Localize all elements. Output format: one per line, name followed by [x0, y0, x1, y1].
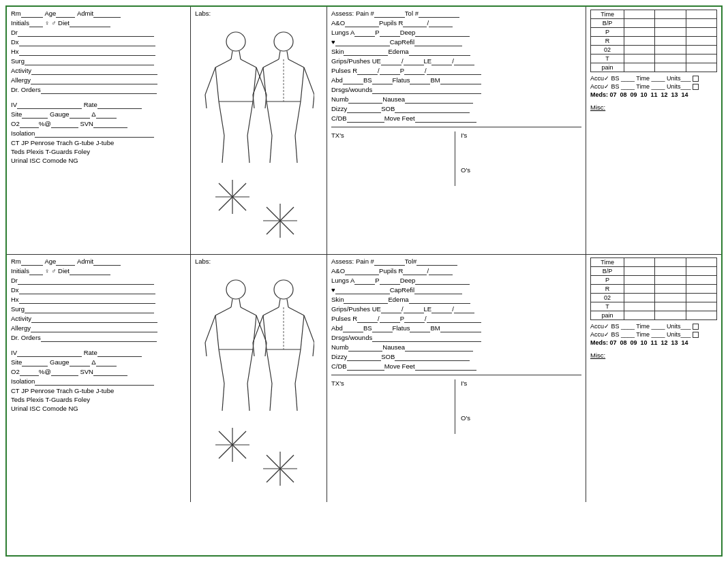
extras3: Urinal ISC Comode NG [11, 157, 78, 164]
drsgs-label: Drsgs/wounds [331, 86, 372, 93]
vitals-col-1: Time B/P P [586, 7, 721, 254]
svg-line-45 [241, 307, 256, 315]
svg-line-42 [231, 299, 232, 307]
skin-label-2: Skin [331, 296, 344, 303]
r-cell-2 [655, 37, 686, 46]
grips-label-2: Grips/Pushes UE [331, 305, 381, 313]
bs-label: BS [363, 76, 372, 84]
svg-line-29 [270, 136, 272, 163]
age-label-2: Age [44, 257, 56, 265]
flatus-label-2: Flatus [393, 324, 410, 332]
nausea-label: Nausea [382, 95, 405, 103]
age-label: Age [44, 10, 56, 17]
svg-line-12 [219, 102, 224, 136]
diet-label: Diet [58, 19, 70, 27]
labs-col-1: Labs: [191, 7, 327, 254]
pain-header-2: pain [591, 311, 624, 320]
gauge-label: Gauge [50, 110, 70, 118]
extras3-2: Urinal ISC Comode NG [11, 405, 78, 412]
svg-line-27 [313, 95, 314, 108]
bp-cell-2-1 [624, 267, 655, 276]
admit-label-2: Admit [77, 257, 93, 265]
misc-label-1: Misc: [590, 104, 605, 111]
t-cell-2 [655, 54, 686, 63]
svg-line-31 [295, 136, 297, 163]
dr-label-2: Dr [11, 277, 18, 284]
labs-label-1: Labs: [195, 10, 322, 17]
p-cell-2 [655, 28, 686, 37]
svg-line-67 [304, 315, 314, 343]
svn-label: SVN [80, 120, 93, 127]
labs-col-2: Labs: [191, 255, 327, 502]
rm-label-2: Rm [11, 257, 21, 265]
meds-label-2: Meds: [590, 339, 610, 346]
r-cell-1 [624, 37, 655, 46]
o2-cell-2-2 [655, 294, 686, 302]
svg-line-21 [263, 67, 267, 102]
accu2-checkbox[interactable] [693, 84, 699, 90]
svg-line-71 [295, 349, 301, 384]
svg-line-15 [247, 136, 249, 163]
accu-line-1: Accu✓ BS ____ Time ____ Units___ [590, 75, 717, 82]
tol-label-2: Tol# [405, 257, 416, 265]
assess-col-1: Assess: Pain # Tol # A&O Pupils R / Lung… [327, 7, 586, 254]
accu2-checkbox-2[interactable] [693, 332, 699, 338]
accu-line-2-2: Accu✓ BS ____ Time ____ Units___ [590, 331, 717, 338]
txs-label: TX's [331, 131, 452, 139]
t-header: T [591, 54, 624, 63]
meds-line-2: Meds: 07 08 09 10 11 12 13 14 [590, 339, 717, 346]
drorders-label-2: Dr. Orders [11, 334, 41, 341]
nausea-label-2: Nausea [382, 343, 405, 351]
labs-label-2: Labs: [195, 257, 322, 265]
hx-label-2: Hx [11, 296, 19, 303]
svg-line-26 [304, 67, 314, 95]
vitals-table-1: Time B/P P [590, 10, 717, 72]
body-diagram-2 [195, 268, 318, 499]
rate-label-2: Rate [84, 349, 97, 356]
bp-cell-2 [655, 19, 686, 28]
svn-label-2: SVN [80, 368, 93, 375]
skin-label: Skin [331, 48, 344, 55]
o2-cell-2-3 [686, 294, 716, 302]
svg-line-54 [222, 384, 224, 411]
accu-line-2: Accu✓ BS ____ Time ____ Units___ [590, 83, 717, 90]
pain-label-2: Assess: Pain # [331, 257, 374, 265]
txs-ios-section-2: TX's I's O's [331, 379, 581, 434]
le-label-2: LE [424, 305, 432, 313]
drsgs-label-2: Drsgs/wounds [331, 334, 372, 341]
patient-section-1: Rm Age Admit Initials ♀ ♂ Diet Dr Dx Hx … [7, 7, 721, 255]
o2-label-2: O2 [11, 368, 20, 375]
svg-line-20 [288, 59, 304, 67]
t-cell-2-1 [624, 302, 655, 311]
drorders-label: Dr. Orders [11, 86, 41, 93]
accu-line-2-1: Accu✓ BS ____ Time ____ Units___ [590, 323, 717, 330]
rate-label: Rate [84, 101, 97, 108]
svg-line-4 [241, 59, 256, 67]
initials-label-2: Initials [11, 267, 29, 275]
svg-line-60 [263, 307, 279, 315]
t-cell-1 [624, 54, 655, 63]
assess-divider-2 [331, 375, 581, 375]
accu1-text-2: Accu✓ BS ____ Time ____ Units___ [590, 323, 691, 330]
time-cell-2-2 [655, 258, 686, 267]
accu2-text: Accu✓ BS ____ Time ____ Units___ [590, 83, 691, 90]
vitals-col-2: Time B/P P [586, 255, 721, 502]
assess-col-2: Assess: Pain # Tol# A&O Pupils R / Lungs… [327, 255, 586, 502]
iv-label: IV [11, 101, 17, 108]
r-cell-3 [686, 37, 716, 46]
dx-label-2: Dx [11, 286, 19, 294]
bp-header: B/P [591, 19, 624, 28]
hx-label: Hx [11, 48, 19, 55]
bm-label: BM [430, 76, 440, 84]
dizzy-label: Dizzy [331, 105, 347, 112]
accu1-checkbox-2[interactable] [693, 324, 699, 330]
pain-cell-1 [624, 63, 655, 72]
o2-header-2: 02 [591, 294, 624, 302]
tol-label: Tol # [405, 10, 419, 17]
numb-label-2: Numb [331, 343, 348, 351]
svg-line-46 [215, 315, 219, 349]
svg-line-19 [263, 59, 279, 67]
svg-point-16 [274, 32, 293, 51]
accu1-checkbox[interactable] [693, 76, 699, 82]
svg-line-69 [267, 349, 272, 384]
